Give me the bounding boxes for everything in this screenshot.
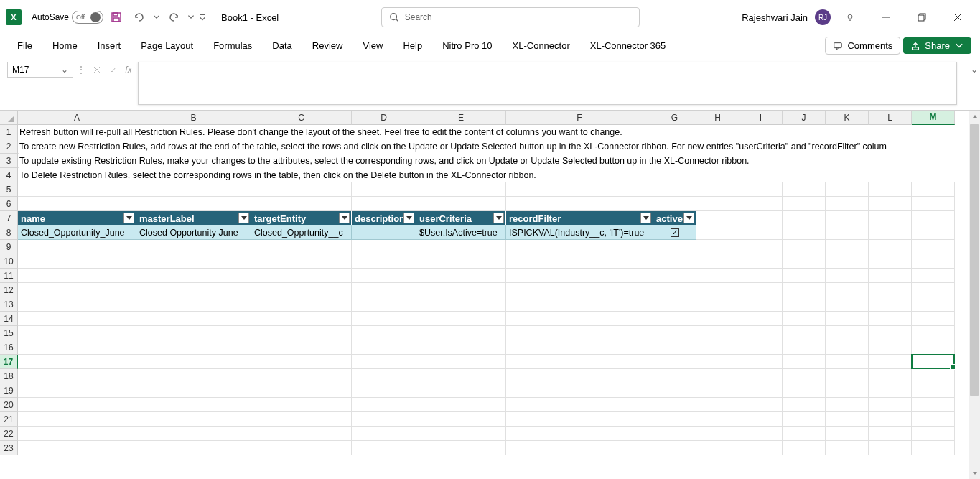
cell-J22[interactable] — [783, 427, 826, 441]
row-header-3[interactable]: 3 — [0, 154, 18, 168]
cell-M16[interactable] — [912, 340, 955, 355]
cell-A5[interactable] — [18, 182, 136, 197]
cell-M10[interactable] — [912, 254, 955, 269]
restore-button[interactable] — [905, 6, 938, 29]
avatar[interactable]: RJ — [815, 9, 831, 25]
cell-G18[interactable] — [653, 369, 696, 383]
cell-D19[interactable] — [352, 383, 416, 398]
cell-D9[interactable] — [352, 240, 416, 254]
save-button[interactable] — [106, 7, 126, 27]
autosave-control[interactable]: AutoSave Off — [32, 11, 103, 24]
cell-K8[interactable] — [826, 225, 869, 240]
cell-M8[interactable] — [912, 225, 955, 240]
column-header-E[interactable]: E — [416, 111, 506, 125]
cell-J9[interactable] — [783, 240, 826, 254]
column-header-J[interactable]: J — [783, 111, 826, 125]
column-header-G[interactable]: G — [653, 111, 696, 125]
cell-L17[interactable] — [869, 355, 912, 369]
cell-F22[interactable] — [506, 427, 653, 441]
cell-J15[interactable] — [783, 326, 826, 340]
cell-G12[interactable] — [653, 283, 696, 297]
cell-L22[interactable] — [869, 427, 912, 441]
cell-D23[interactable] — [352, 441, 416, 455]
cell-H15[interactable] — [696, 326, 739, 340]
close-button[interactable] — [941, 6, 974, 29]
cell-C6[interactable] — [251, 197, 352, 211]
cell-H17[interactable] — [696, 355, 739, 369]
autosave-toggle[interactable]: Off — [72, 11, 103, 24]
cell-L14[interactable] — [869, 312, 912, 326]
select-all-corner[interactable] — [0, 111, 18, 125]
cell-F9[interactable] — [506, 240, 653, 254]
cell-H11[interactable] — [696, 269, 739, 283]
cell-I5[interactable] — [739, 182, 783, 197]
cell-A12[interactable] — [18, 283, 136, 297]
row-header-17[interactable]: 17 — [0, 355, 18, 369]
cell-D12[interactable] — [352, 283, 416, 297]
column-header-L[interactable]: L — [869, 111, 912, 125]
cell-M20[interactable] — [912, 398, 955, 412]
menu-icon[interactable]: ⋮ — [73, 62, 89, 78]
row-header-12[interactable]: 12 — [0, 283, 18, 297]
table-header-name[interactable]: name — [18, 211, 136, 225]
data-cell-active[interactable] — [653, 225, 696, 240]
column-header-I[interactable]: I — [739, 111, 783, 125]
column-header-M[interactable]: M — [912, 111, 955, 125]
cell-G5[interactable] — [653, 182, 696, 197]
row-header-22[interactable]: 22 — [0, 427, 18, 441]
row-header-8[interactable]: 8 — [0, 225, 18, 240]
cell-H13[interactable] — [696, 297, 739, 312]
cell-B11[interactable] — [136, 269, 251, 283]
cell-J18[interactable] — [783, 369, 826, 383]
user-name[interactable]: Rajeshwari Jain — [742, 12, 808, 23]
cell-J11[interactable] — [783, 269, 826, 283]
cell-B14[interactable] — [136, 312, 251, 326]
data-cell-targetEntity[interactable]: Closed_Opprtunity__c — [251, 225, 352, 240]
cell-M15[interactable] — [912, 326, 955, 340]
cell-F6[interactable] — [506, 197, 653, 211]
instruction-row-3[interactable]: To update existing Restriction Rules, ma… — [19, 154, 956, 168]
cell-D21[interactable] — [352, 412, 416, 427]
cell-E11[interactable] — [416, 269, 506, 283]
cell-G23[interactable] — [653, 441, 696, 455]
cell-E14[interactable] — [416, 312, 506, 326]
cell-J23[interactable] — [783, 441, 826, 455]
data-cell-masterLabel[interactable]: Closed Opportunity June — [136, 225, 251, 240]
cell-G13[interactable] — [653, 297, 696, 312]
row-header-6[interactable]: 6 — [0, 197, 18, 211]
cell-G16[interactable] — [653, 340, 696, 355]
cell-K16[interactable] — [826, 340, 869, 355]
cell-D22[interactable] — [352, 427, 416, 441]
cell-J6[interactable] — [783, 197, 826, 211]
cell-K22[interactable] — [826, 427, 869, 441]
cell-F14[interactable] — [506, 312, 653, 326]
cell-C23[interactable] — [251, 441, 352, 455]
filter-button-recordFilter[interactable] — [640, 213, 651, 223]
row-header-4[interactable]: 4 — [0, 168, 18, 182]
cell-L21[interactable] — [869, 412, 912, 427]
filter-button-masterLabel[interactable] — [238, 213, 249, 223]
cell-E9[interactable] — [416, 240, 506, 254]
cell-D11[interactable] — [352, 269, 416, 283]
cell-G17[interactable] — [653, 355, 696, 369]
cell-I17[interactable] — [739, 355, 783, 369]
row-header-2[interactable]: 2 — [0, 139, 18, 154]
row-header-11[interactable]: 11 — [0, 269, 18, 283]
checkbox-active[interactable] — [671, 228, 679, 237]
cell-C17[interactable] — [251, 355, 352, 369]
row-header-19[interactable]: 19 — [0, 383, 18, 398]
row-header-21[interactable]: 21 — [0, 412, 18, 427]
tab-data[interactable]: Data — [263, 37, 300, 54]
cell-C21[interactable] — [251, 412, 352, 427]
cell-L19[interactable] — [869, 383, 912, 398]
cell-B15[interactable] — [136, 326, 251, 340]
cell-D20[interactable] — [352, 398, 416, 412]
cell-L23[interactable] — [869, 441, 912, 455]
cell-F11[interactable] — [506, 269, 653, 283]
cell-E15[interactable] — [416, 326, 506, 340]
cell-A6[interactable] — [18, 197, 136, 211]
cell-A21[interactable] — [18, 412, 136, 427]
cell-D15[interactable] — [352, 326, 416, 340]
cell-I9[interactable] — [739, 240, 783, 254]
fx-icon[interactable]: fx — [121, 62, 136, 78]
